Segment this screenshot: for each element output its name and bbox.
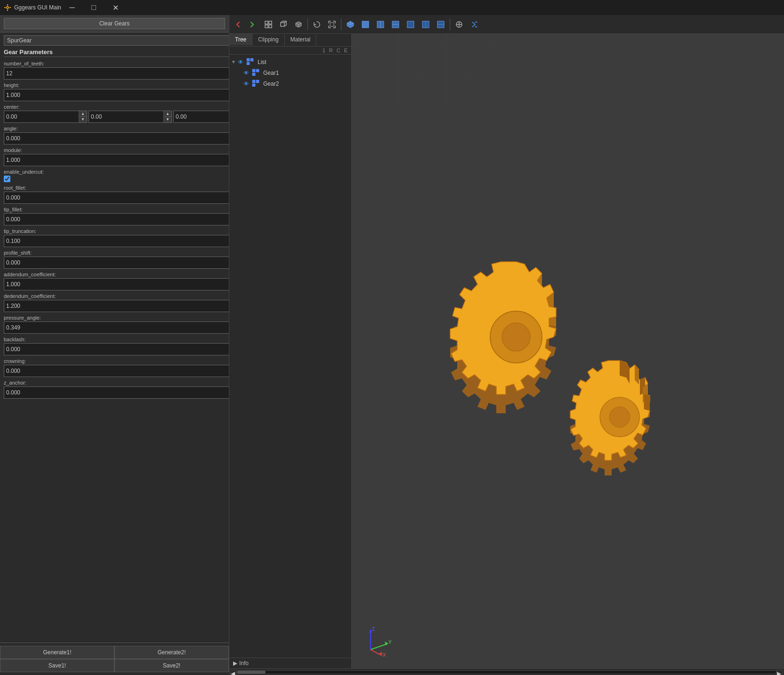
viewport-toolbar bbox=[229, 15, 784, 34]
gear1-teeth-row: number_of_teeth: ▲ ▼ bbox=[4, 61, 229, 80]
gear1-dropdown-row: SpurGear HelicalGear BevelGear RingGear bbox=[4, 35, 229, 46]
tree-item-gear1[interactable]: 👁 Gear1 bbox=[229, 67, 351, 78]
gear1-height-input[interactable] bbox=[4, 90, 229, 100]
grid-view-button[interactable] bbox=[261, 17, 275, 32]
gear1-rootfillet-wrap: ▲▼ bbox=[4, 192, 229, 204]
gear1-module-wrap: ▲▼ bbox=[4, 154, 229, 166]
view-left-button[interactable] bbox=[419, 17, 433, 32]
rotate-view-button[interactable] bbox=[310, 17, 324, 32]
viewport-area: Tree Clipping Material 1 R C E ▼ 👁 bbox=[229, 34, 784, 668]
scroll-left-button[interactable]: ◀ bbox=[230, 670, 237, 675]
gear1-tipfillet-input[interactable] bbox=[4, 215, 229, 224]
gears-svg bbox=[403, 186, 733, 516]
gear1-rootfillet-label: root_fillet: bbox=[4, 185, 229, 191]
gears-container bbox=[352, 34, 784, 668]
fit-view-button[interactable] bbox=[325, 17, 339, 32]
gear1-angle-input[interactable] bbox=[4, 134, 229, 143]
viewport-3d[interactable]: Z Y X bbox=[352, 34, 784, 668]
save2-button[interactable]: Save2! bbox=[114, 659, 229, 672]
wireframe-button[interactable] bbox=[276, 17, 291, 32]
eye-gear2-icon[interactable]: 👁 bbox=[243, 80, 252, 87]
gear1-crowning-wrap: ▲▼ bbox=[4, 365, 229, 377]
tree-item-gear2[interactable]: 👁 Gear2 bbox=[229, 78, 351, 89]
tree-item-list[interactable]: ▼ 👁 List bbox=[229, 56, 351, 67]
gear1-tiptrunc-row: tip_truncation: ▲▼ bbox=[4, 228, 229, 247]
gear1-cx-input[interactable] bbox=[4, 112, 79, 121]
gear1-undercut-checkbox[interactable] bbox=[4, 176, 10, 182]
gear1-type-select[interactable]: SpurGear HelicalGear BevelGear RingGear bbox=[4, 35, 229, 46]
close-button[interactable]: ✕ bbox=[105, 0, 126, 15]
save-btns-row: Save1! Save2! bbox=[0, 659, 229, 672]
tree-col-e: E bbox=[342, 48, 349, 53]
svg-line-96 bbox=[371, 644, 387, 650]
svg-rect-2 bbox=[7, 4, 8, 6]
view-front-button[interactable] bbox=[358, 17, 372, 32]
gear1-cx-down[interactable]: ▼ bbox=[79, 117, 87, 122]
view-right-button[interactable] bbox=[373, 17, 388, 32]
gear1-tipfillet-label: tip_fillet: bbox=[4, 207, 229, 212]
gear1-module-input[interactable] bbox=[4, 155, 229, 165]
view-back-button[interactable] bbox=[404, 17, 418, 32]
gear1-dedendum-input[interactable] bbox=[4, 301, 229, 311]
eye-gear1-icon[interactable]: 👁 bbox=[243, 70, 252, 76]
info-section: ▶ Info bbox=[229, 658, 351, 668]
gear1-crowning-input[interactable] bbox=[4, 366, 229, 376]
gear1-3d bbox=[450, 262, 556, 413]
maximize-button[interactable]: □ bbox=[83, 0, 105, 15]
gear1-teeth-input-wrap: ▲ ▼ bbox=[4, 67, 229, 80]
scrollbar-track[interactable] bbox=[237, 670, 776, 674]
gear1-cy-input[interactable] bbox=[89, 112, 163, 121]
gear1-cy-down[interactable]: ▼ bbox=[164, 117, 171, 122]
gear1-pressure-row: pressure_angle: ▲▼ bbox=[4, 315, 229, 334]
save1-button[interactable]: Save1! bbox=[0, 659, 114, 672]
svg-rect-4 bbox=[4, 7, 6, 8]
scrollbar-thumb[interactable] bbox=[237, 671, 266, 674]
gear1-cy-up[interactable]: ▲ bbox=[164, 111, 171, 117]
gear1-zanchor-input[interactable] bbox=[4, 388, 229, 397]
expand-right-button[interactable] bbox=[467, 17, 481, 32]
app-icon bbox=[4, 4, 11, 11]
view-iso-button[interactable] bbox=[343, 17, 357, 32]
gear1-rootfillet-input[interactable] bbox=[4, 193, 229, 202]
gear1-cz-input[interactable] bbox=[174, 112, 229, 121]
gear1-cx-up[interactable]: ▲ bbox=[79, 111, 87, 117]
solid-view-button[interactable] bbox=[291, 17, 306, 32]
split-view-button[interactable] bbox=[452, 17, 466, 32]
gear1-pressure-wrap: ▲▼ bbox=[4, 321, 229, 334]
nav-forward-button[interactable] bbox=[246, 17, 260, 32]
gear1-tiptrunc-input[interactable] bbox=[4, 236, 229, 246]
clear-gears-button[interactable]: Clear Gears bbox=[4, 18, 225, 29]
gear1-dedendum-row: dedendum_coefficient: ▲▼ bbox=[4, 293, 229, 312]
gear1-addendum-input[interactable] bbox=[4, 280, 229, 289]
generate1-button[interactable]: Generate1! bbox=[0, 646, 114, 659]
gear1-angle-label: angle: bbox=[4, 126, 229, 131]
tab-tree[interactable]: Tree bbox=[229, 34, 252, 46]
gear1-height-wrap: ▲ ▼ bbox=[4, 89, 229, 101]
tree-tabs: Tree Clipping Material bbox=[229, 34, 351, 47]
generate2-button[interactable]: Generate2! bbox=[114, 646, 229, 659]
svg-rect-36 bbox=[247, 62, 250, 65]
gear1-cx-wrap: ▲▼ bbox=[4, 111, 87, 123]
view-bottom-button[interactable] bbox=[434, 17, 448, 32]
gear2-3d bbox=[570, 361, 650, 475]
gear1-profshift-input[interactable] bbox=[4, 258, 229, 267]
gear1-undercut-row: enable_undercut: bbox=[4, 169, 229, 182]
gear1-backlash-input[interactable] bbox=[4, 345, 229, 354]
svg-rect-6 bbox=[265, 21, 268, 24]
tab-clipping[interactable]: Clipping bbox=[252, 34, 284, 46]
gear1-cy-wrap: ▲▼ bbox=[89, 111, 172, 123]
gear1-addendum-label: addendum_coefficient: bbox=[4, 272, 229, 277]
minimize-button[interactable]: ─ bbox=[61, 0, 83, 15]
gear1-pressure-label: pressure_angle: bbox=[4, 315, 229, 321]
eye-list-icon[interactable]: 👁 bbox=[238, 59, 246, 65]
axis-svg: Z Y X bbox=[361, 626, 394, 659]
svg-rect-10 bbox=[281, 23, 284, 26]
nav-back-button[interactable] bbox=[231, 17, 245, 32]
gear1-pressure-input[interactable] bbox=[4, 323, 229, 332]
gear1-tiptrunc-wrap: ▲▼ bbox=[4, 235, 229, 247]
tab-material[interactable]: Material bbox=[285, 34, 317, 46]
gear1-teeth-input[interactable] bbox=[4, 69, 229, 78]
scroll-right-button[interactable]: ▶ bbox=[776, 670, 783, 675]
view-top-button[interactable] bbox=[388, 17, 403, 32]
info-toggle[interactable]: ▶ Info bbox=[233, 660, 348, 667]
